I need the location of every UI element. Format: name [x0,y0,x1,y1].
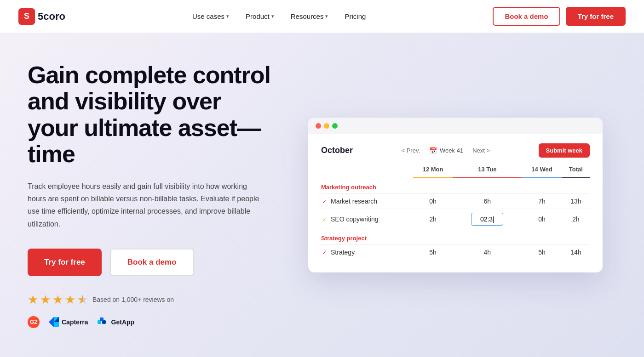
card-month: October [321,146,353,155]
card-inner: October < Prev. 📅 Week 41 Next > Submit … [308,134,603,272]
navbar: S 5coro Use cases ▾ Product ▾ Resources … [0,0,644,33]
star-1: ★ [28,293,38,307]
mon-value: 2h [413,209,453,230]
hero-content: Gain complete control and visibility ove… [28,62,294,328]
hero-reviews: ★ ★ ★ ★ ★★ Based on 1,000+ reviews on [28,293,276,307]
table-row: ✓ Market research 0h 6h 7h 13h [321,194,590,209]
section-strategy: Strategy project [321,229,590,245]
chevron-down-icon: ▾ [271,13,274,19]
logo-text: 5coro [38,11,65,23]
table-row: ✓ SEO copywriting 2h 0h 2h [321,209,590,230]
hero-buttons: Try for free Book a demo [28,249,276,276]
chevron-down-icon: ▾ [226,13,229,19]
logo-icon: S [18,8,35,25]
week-label: Week 41 [440,147,463,154]
nav-actions: Book a demo Try for free [493,7,626,26]
dashboard-card: October < Prev. 📅 Week 41 Next > Submit … [308,118,603,272]
wed-value: 5h [522,245,562,260]
hero-book-demo-button[interactable]: Book a demo [110,249,194,276]
total-value: 13h [562,194,590,209]
task-cell: ✓ Strategy [321,245,413,260]
prev-button[interactable]: < Prev. [397,145,424,156]
time-table: 12 Mon 13 Tue 14 Wed Total Marketing out… [321,166,590,260]
nav-links: Use cases ▾ Product ▾ Resources ▾ Pricin… [192,12,366,20]
nav-pricing[interactable]: Pricing [345,12,366,20]
window-dot-red [316,123,321,129]
table-row: ✓ Strategy 5h 4h 5h 14h [321,245,590,260]
hero-heading: Gain complete control and visibility ove… [28,62,276,167]
card-header: October < Prev. 📅 Week 41 Next > Submit … [321,143,590,158]
total-value: 14h [562,245,590,260]
calendar-icon: 📅 [429,147,437,154]
task-name: Strategy [331,249,355,256]
check-icon: ✓ [322,216,327,223]
tue-value: 6h [453,194,522,209]
hero-try-free-button[interactable]: Try for free [28,249,102,276]
getapp-icon [98,317,109,328]
time-input[interactable] [471,213,503,226]
partner-logos: G2 Capterra GetApp [28,316,276,328]
section-label: Marketing outreach [321,178,590,194]
tue-value-editing[interactable] [453,209,522,230]
logo[interactable]: S 5coro [18,8,65,25]
check-icon: ✓ [322,249,327,256]
getapp-logo: GetApp [98,317,135,328]
star-2: ★ [40,293,51,307]
hero-illustration: October < Prev. 📅 Week 41 Next > Submit … [294,118,616,272]
section-label: Strategy project [321,229,590,245]
tue-value: 4h [453,245,522,260]
getapp-label: GetApp [111,318,135,326]
g2-logo: G2 [28,316,40,328]
try-free-button[interactable]: Try for free [566,7,626,26]
wed-value: 7h [522,194,562,209]
col-header-total: Total [562,166,590,178]
hero-section: Gain complete control and visibility ove… [0,33,644,357]
task-cell: ✓ Market research [321,194,413,209]
capterra-icon [49,317,59,327]
task-cell: ✓ SEO copywriting [321,209,413,230]
star-3: ★ [52,293,63,307]
star-rating: ★ ★ ★ ★ ★★ [28,293,88,307]
task-name: SEO copywriting [331,215,378,223]
window-dot-yellow [324,123,329,129]
hero-subtext: Track employee hours easily and gain ful… [28,180,267,230]
submit-week-button[interactable]: Submit week [539,143,590,158]
col-header-empty [321,166,413,178]
nav-product[interactable]: Product ▾ [246,12,274,20]
col-header-mon: 12 Mon [413,166,453,178]
card-nav: < Prev. 📅 Week 41 Next > [397,145,494,156]
star-half: ★★ [77,293,88,307]
week-indicator: 📅 Week 41 [429,147,463,154]
svg-rect-5 [100,317,104,321]
col-header-wed: 14 Wed [522,166,562,178]
chevron-down-icon: ▾ [325,13,328,19]
task-name: Market research [331,198,377,205]
card-titlebar [308,118,603,134]
total-value: 2h [562,209,590,230]
svg-marker-0 [49,317,54,327]
col-header-tue: 13 Tue [453,166,522,178]
mon-value: 5h [413,245,453,260]
nav-resources[interactable]: Resources ▾ [291,12,328,20]
nav-use-cases[interactable]: Use cases ▾ [192,12,229,20]
book-demo-button[interactable]: Book a demo [493,7,560,26]
mon-value: 0h [413,194,453,209]
check-icon: ✓ [322,198,327,205]
section-marketing: Marketing outreach [321,178,590,194]
capterra-label: Capterra [62,318,88,326]
capterra-logo: Capterra [49,317,88,327]
window-dot-green [332,123,338,129]
review-text: Based on 1,000+ reviews on [92,296,174,303]
wed-value: 0h [522,209,562,230]
next-button[interactable]: Next > [469,145,494,156]
star-4: ★ [65,293,75,307]
g2-icon: G2 [28,316,40,328]
